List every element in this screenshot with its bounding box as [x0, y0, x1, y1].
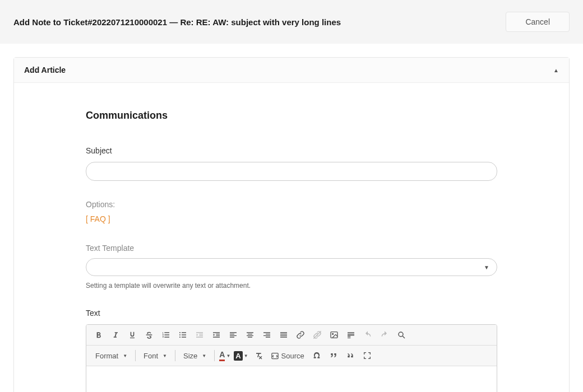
editor-textarea[interactable] — [86, 366, 497, 392]
maximize-icon[interactable] — [359, 348, 375, 363]
ordered-list-icon[interactable] — [158, 327, 174, 343]
indent-icon[interactable] — [209, 327, 224, 343]
svg-point-1 — [179, 334, 181, 335]
bold-icon[interactable] — [91, 327, 107, 343]
section-heading: Communications — [86, 110, 497, 122]
toolbar-separator — [135, 350, 136, 361]
undo-icon[interactable] — [360, 327, 376, 343]
template-hint: Setting a template will overwrite any te… — [86, 282, 497, 290]
editor-toolbar-row-1 — [86, 325, 497, 346]
template-select[interactable] — [86, 258, 497, 276]
special-char-icon[interactable] — [309, 348, 325, 363]
bg-color-icon[interactable]: A ▼ — [233, 348, 249, 363]
horizontal-rule-icon[interactable] — [343, 327, 359, 343]
format-dropdown[interactable]: Format▼ — [91, 348, 132, 363]
svg-point-7 — [399, 332, 403, 337]
align-justify-icon[interactable] — [276, 327, 292, 343]
source-button[interactable]: Source — [267, 348, 308, 363]
options-label: Options: — [86, 200, 497, 209]
remove-format-icon[interactable] — [251, 348, 266, 363]
options-block: Options: [ FAQ ] — [86, 200, 497, 223]
page-title: Add Note to Ticket#2022071210000021 — Re… — [13, 17, 341, 27]
unordered-list-icon[interactable] — [175, 327, 191, 343]
text-color-icon[interactable]: A ▼ — [218, 348, 232, 363]
svg-point-5 — [332, 333, 334, 334]
outdent-icon[interactable] — [192, 327, 207, 343]
link-icon[interactable] — [293, 327, 308, 343]
font-dropdown[interactable]: Font▼ — [139, 348, 172, 363]
size-dropdown[interactable]: Size▼ — [179, 348, 211, 363]
subject-field-block: Subject — [86, 146, 497, 181]
template-label: Text Template — [86, 244, 497, 253]
align-left-icon[interactable] — [225, 327, 241, 343]
image-icon[interactable] — [326, 327, 342, 343]
panel-body: Communications Subject Options: [ FAQ ] … — [14, 83, 569, 392]
svg-point-2 — [179, 337, 181, 338]
redo-icon[interactable] — [377, 327, 392, 343]
align-right-icon[interactable] — [259, 327, 275, 343]
panel-title: Add Article — [24, 66, 66, 74]
remove-quote-icon[interactable] — [343, 348, 358, 363]
chevron-up-icon: ▲ — [553, 67, 559, 73]
editor-toolbar-row-2: Format▼ Font▼ Size▼ A ▼ — [86, 346, 497, 366]
find-icon[interactable] — [394, 327, 409, 343]
add-article-panel: Add Article ▲ Communications Subject Opt… — [13, 57, 570, 392]
toolbar-separator — [214, 350, 215, 361]
svg-rect-6 — [348, 335, 354, 335]
cancel-button[interactable]: Cancel — [506, 12, 570, 32]
faq-link[interactable]: [ FAQ ] — [86, 214, 110, 223]
panel-header-toggle[interactable]: Add Article ▲ — [14, 58, 569, 83]
svg-line-8 — [402, 336, 405, 338]
text-label: Text — [86, 309, 497, 318]
italic-icon[interactable] — [108, 327, 123, 343]
toolbar-separator — [175, 350, 175, 361]
add-quote-icon[interactable] — [326, 348, 341, 363]
rich-text-editor: Format▼ Font▼ Size▼ A ▼ — [86, 324, 497, 392]
modal-header: Add Note to Ticket#2022071210000021 — Re… — [0, 0, 583, 44]
template-field-block: Text Template ▼ Setting a template will … — [86, 244, 497, 290]
subject-input[interactable] — [86, 162, 497, 181]
unlink-icon[interactable] — [309, 327, 325, 343]
underline-icon[interactable] — [124, 327, 140, 343]
strikethrough-icon[interactable] — [141, 327, 157, 343]
svg-point-0 — [179, 332, 181, 333]
subject-label: Subject — [86, 146, 497, 155]
align-center-icon[interactable] — [242, 327, 258, 343]
text-field-block: Text — [86, 309, 497, 392]
